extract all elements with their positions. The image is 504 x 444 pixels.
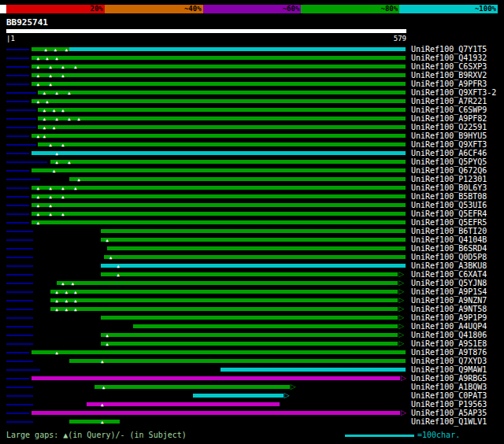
hit-accession-label[interactable]: UniRef100_Q4104B [411, 235, 487, 244]
hsp-bar[interactable] [32, 65, 406, 68]
hsp-bar[interactable] [32, 82, 406, 86]
alignment-row: ▲▲▲▲UniRef100_C6SXP3 [0, 62, 504, 71]
hsp-bar[interactable] [32, 99, 406, 103]
hit-accession-label[interactable]: UniRef100_A9PFR3 [411, 80, 487, 88]
hit-accession-label[interactable]: UniRef100_C6XAT4 [411, 270, 487, 279]
hit-accession-label[interactable]: UniRef100_B9RXV2 [411, 71, 487, 80]
hit-accession-label[interactable]: UniRef100_P19563 [411, 400, 487, 409]
hsp-bar[interactable] [94, 385, 289, 389]
hit-accession-label[interactable]: UniRef100_Q7XYD3 [411, 357, 487, 365]
hit-accession-label[interactable]: UniRef100_Q5YJN8 [411, 279, 487, 287]
hit-accession-label[interactable]: UniRef100_Q0D5P8 [411, 253, 487, 261]
hsp-bar[interactable] [69, 177, 406, 181]
hsp-bar[interactable] [101, 238, 406, 242]
hsp-bar[interactable] [32, 151, 406, 155]
hsp-bar[interactable] [220, 368, 406, 372]
hit-accession-label[interactable]: UniRef100_Q5EFR4 [411, 209, 487, 218]
hit-accession-label[interactable]: UniRef100_B9HYU5 [411, 131, 487, 140]
hit-accession-label[interactable]: UniRef100_P12301 [411, 175, 487, 183]
hsp-bar[interactable] [38, 117, 406, 120]
hit-accession-label[interactable]: UniRef100_A3BKU8 [411, 261, 487, 270]
hsp-bar[interactable] [193, 394, 284, 398]
hit-accession-label[interactable]: UniRef100_A9RBG5 [411, 374, 487, 383]
hit-accession-label[interactable]: UniRef100_C6SWP9 [411, 105, 487, 114]
query-name: BB925741 [6, 17, 48, 28]
hsp-bar[interactable] [101, 342, 398, 346]
hsp-bar[interactable] [104, 255, 406, 259]
hsp-bar[interactable] [38, 108, 406, 112]
hit-accession-label[interactable]: UniRef100_B5BT08 [411, 192, 487, 201]
alignment-row: ▲▲▲UniRef100_Q41932 [0, 54, 504, 62]
hsp-bar[interactable] [101, 316, 398, 320]
hit-accession-label[interactable]: UniRef100_A5AP35 [411, 409, 487, 417]
hit-accession-label[interactable]: UniRef100_Q9XFT3 [411, 140, 487, 149]
hsp-bar[interactable] [69, 47, 406, 51]
hit-accession-label[interactable]: UniRef100_A9P1S4 [411, 287, 487, 296]
hsp-bar[interactable] [101, 272, 398, 276]
hsp-bar[interactable] [32, 376, 400, 380]
hsp-bar[interactable] [101, 333, 398, 337]
hsp-bar[interactable] [107, 246, 406, 250]
hit-accession-label[interactable]: UniRef100_A9S1E8 [411, 339, 487, 348]
hsp-bar[interactable] [32, 186, 406, 190]
hsp-bar[interactable] [101, 229, 406, 233]
hsp-bar[interactable] [32, 220, 406, 224]
hit-accession-label[interactable]: UniRef100_A1BQW3 [411, 383, 487, 391]
hit-accession-label[interactable]: UniRef100_Q1WLV1 [411, 417, 487, 426]
hsp-bar[interactable] [50, 307, 398, 311]
hsp-bar[interactable] [50, 160, 406, 164]
hit-accession-label[interactable]: UniRef100_Q5PYQ5 [411, 157, 487, 166]
hsp-bar[interactable] [32, 194, 406, 198]
hit-accession-label[interactable]: UniRef100_B0L6Y3 [411, 183, 487, 192]
hsp-bar[interactable] [133, 324, 398, 328]
hsp-bar[interactable] [69, 420, 120, 424]
hit-accession-label[interactable]: UniRef100_Q9XFT3-2 [411, 88, 496, 97]
hit-accession-label[interactable]: UniRef100_C0PAT3 [411, 391, 487, 400]
hit-accession-label[interactable]: UniRef100_B6TI20 [411, 227, 487, 235]
query-gap-marker-icon: ▲ [101, 417, 104, 426]
hsp-bar[interactable] [32, 350, 406, 354]
query-gap-marker-icon: ▲ [37, 192, 40, 201]
hsp-bar[interactable] [101, 264, 406, 268]
hsp-bar[interactable] [32, 56, 406, 60]
hsp-bar[interactable] [32, 73, 406, 77]
query-gap-marker-icon: ▲ [37, 54, 40, 62]
hit-accession-label[interactable]: UniRef100_Q53UI6 [411, 201, 487, 209]
hsp-bar[interactable] [32, 47, 69, 51]
hit-accession-label[interactable]: UniRef100_A7R221 [411, 97, 487, 105]
hsp-bar[interactable] [32, 168, 406, 172]
query-gap-marker-icon: ▲ [49, 71, 52, 80]
hit-accession-label[interactable]: UniRef100_A4UQP4 [411, 322, 487, 331]
hsp-bar[interactable] [50, 298, 398, 302]
hit-accession-label[interactable]: UniRef100_O22591 [411, 123, 487, 131]
hsp-bar[interactable] [50, 290, 398, 294]
hit-accession-label[interactable]: UniRef100_B6SRD4 [411, 244, 487, 253]
hit-accession-label[interactable]: UniRef100_Q7Y1T5 [411, 45, 487, 54]
hsp-bar[interactable] [32, 212, 406, 216]
hsp-bar[interactable] [69, 359, 406, 363]
hsp-bar[interactable] [32, 134, 406, 138]
hit-accession-label[interactable]: UniRef100_Q5EFR5 [411, 218, 487, 227]
alignment-row: ▲▲▲▷UniRef100_A9NT58 [0, 305, 504, 313]
hsp-bar[interactable] [57, 281, 398, 285]
hit-accession-label[interactable]: UniRef100_A9P1P9 [411, 313, 487, 322]
hit-accession-label[interactable]: UniRef100_Q41932 [411, 54, 487, 62]
hit-accession-label[interactable]: UniRef100_A9PF82 [411, 114, 487, 123]
hit-accession-label[interactable]: UniRef100_C6SXP3 [411, 62, 487, 71]
hsp-bar[interactable] [38, 91, 406, 94]
hsp-bar[interactable] [32, 203, 406, 207]
query-gap-marker-icon: ▲ [43, 131, 46, 140]
hsp-bar[interactable] [32, 411, 400, 415]
hit-accession-label[interactable]: UniRef100_A9NZN7 [411, 296, 487, 305]
hsp-bar[interactable] [38, 142, 406, 146]
hit-accession-label[interactable]: UniRef100_A9NT58 [411, 305, 487, 313]
query-gap-marker-icon: ▲ [37, 201, 40, 209]
hit-accession-label[interactable]: UniRef100_Q9MAW1 [411, 365, 487, 374]
hit-accession-label[interactable]: UniRef100_Q672Q6 [411, 166, 487, 175]
identity-scale-segment: ~60% [203, 5, 302, 13]
hit-accession-label[interactable]: UniRef100_A6CF46 [411, 149, 487, 157]
hsp-bar[interactable] [87, 402, 280, 406]
hsp-bar[interactable] [38, 125, 406, 129]
hit-accession-label[interactable]: UniRef100_A9T876 [411, 348, 487, 357]
hit-accession-label[interactable]: UniRef100_Q41806 [411, 331, 487, 339]
